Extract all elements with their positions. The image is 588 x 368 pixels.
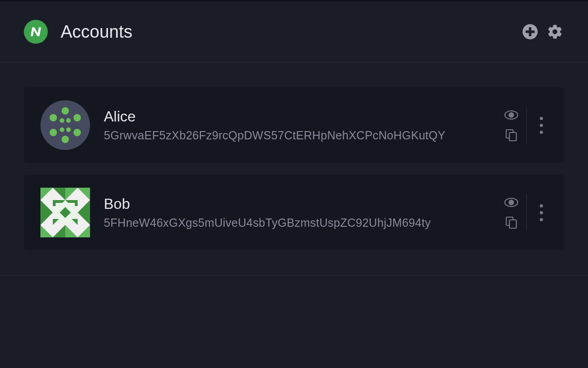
svg-point-12: [66, 127, 71, 132]
svg-rect-16: [509, 132, 516, 141]
account-card[interactable]: Bob 5FHneW46xGXgs5mUiveU4sbTyGBzmstUspZC…: [24, 175, 564, 250]
eye-icon: [504, 198, 518, 207]
page-title: Accounts: [61, 22, 132, 42]
account-address: 5GrwvaEF5zXb26Fz9rcQpDWS57CtERHpNehXCPcN…: [104, 129, 495, 142]
eye-icon: [504, 110, 518, 120]
svg-point-14: [509, 113, 514, 118]
app-logo: [24, 20, 48, 44]
accounts-list: Alice 5GrwvaEF5zXb26Fz9rcQpDWS57CtERHpNe…: [0, 63, 588, 276]
settings-button[interactable]: [546, 23, 564, 41]
visibility-toggle[interactable]: [504, 196, 518, 209]
dots-vertical-icon: [540, 204, 543, 207]
copy-icon: [505, 216, 517, 229]
account-card[interactable]: Alice 5GrwvaEF5zXb26Fz9rcQpDWS57CtERHpNe…: [24, 87, 564, 163]
svg-point-9: [60, 118, 64, 123]
svg-point-5: [74, 129, 81, 136]
svg-point-3: [62, 107, 69, 115]
dots-vertical-icon: [540, 117, 543, 120]
account-name: Bob: [104, 196, 495, 213]
divider: [526, 195, 527, 230]
svg-point-4: [74, 114, 81, 121]
svg-point-10: [66, 118, 71, 123]
svg-rect-2: [526, 30, 535, 33]
account-address: 5FHneW46xGXgs5mUiveU4sbTyGBzmstUspZC92Uh…: [104, 216, 495, 230]
copy-address-button[interactable]: [504, 128, 518, 142]
account-avatar: [40, 188, 90, 237]
account-name: Alice: [104, 108, 495, 125]
svg-point-11: [60, 127, 64, 132]
divider: [526, 107, 527, 143]
more-options-button[interactable]: [535, 202, 548, 223]
more-options-button[interactable]: [535, 115, 548, 136]
add-account-button[interactable]: [521, 23, 539, 41]
gear-icon: [547, 23, 563, 40]
svg-point-8: [50, 114, 57, 121]
visibility-toggle[interactable]: [504, 108, 518, 122]
svg-point-38: [509, 200, 514, 205]
plus-circle-icon: [522, 23, 538, 40]
svg-point-6: [62, 136, 69, 143]
copy-icon: [505, 129, 517, 142]
svg-rect-40: [509, 220, 516, 228]
svg-point-7: [50, 129, 57, 136]
copy-address-button[interactable]: [504, 216, 518, 230]
account-avatar: [40, 100, 90, 150]
page-header: Accounts: [0, 1, 588, 63]
